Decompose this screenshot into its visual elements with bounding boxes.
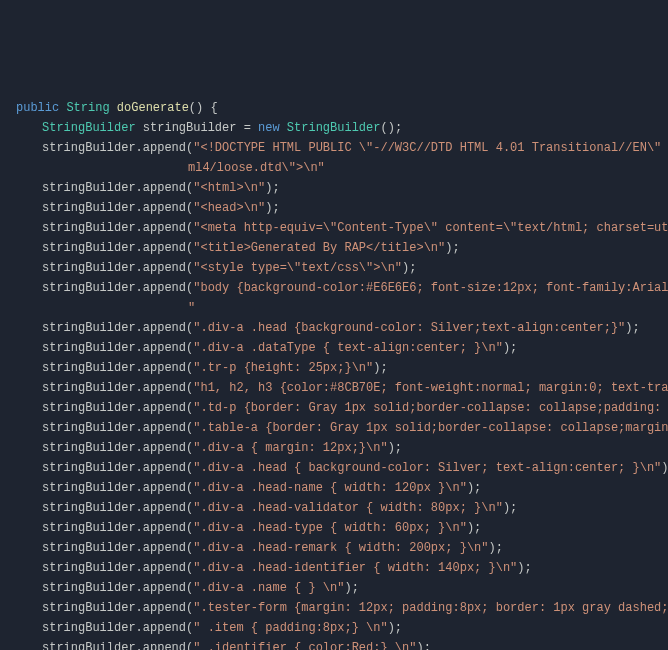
code-line: stringBuilder.append(".div-a .head { bac…	[8, 458, 660, 478]
code-line: stringBuilder.append("<head>\n");	[8, 198, 660, 218]
code-line: stringBuilder.append(".div-a .head-remar…	[8, 538, 660, 558]
code-line: stringBuilder.append("<meta http-equiv=\…	[8, 218, 660, 238]
code-editor-content: public String doGenerate() {StringBuilde…	[8, 98, 660, 650]
code-line: stringBuilder.append(".div-a .head-valid…	[8, 498, 660, 518]
code-line: stringBuilder.append(".div-a .head {back…	[8, 318, 660, 338]
code-line: stringBuilder.append(".tester-form {marg…	[8, 598, 660, 618]
code-line: stringBuilder.append("<style type=\"text…	[8, 258, 660, 278]
code-line: ml4/loose.dtd\">\n"	[8, 158, 660, 178]
code-line: stringBuilder.append("<html>\n");	[8, 178, 660, 198]
code-line: stringBuilder.append(".td-p {border: Gra…	[8, 398, 660, 418]
code-line: stringBuilder.append(".div-a { margin: 1…	[8, 438, 660, 458]
code-line: stringBuilder.append(" .identifier { col…	[8, 638, 660, 650]
code-line: stringBuilder.append(" .item { padding:8…	[8, 618, 660, 638]
code-line: public String doGenerate() {	[8, 98, 660, 118]
code-line: stringBuilder.append("body {background-c…	[8, 278, 660, 298]
code-line: StringBuilder stringBuilder = new String…	[8, 118, 660, 138]
code-line: stringBuilder.append(".div-a .head-name …	[8, 478, 660, 498]
code-line: stringBuilder.append(".div-a .name { } \…	[8, 578, 660, 598]
code-line: stringBuilder.append(".div-a .head-type …	[8, 518, 660, 538]
code-line: stringBuilder.append(".div-a .dataType {…	[8, 338, 660, 358]
code-line: stringBuilder.append("h1, h2, h3 {color:…	[8, 378, 660, 398]
code-line: "	[8, 298, 660, 318]
code-line: stringBuilder.append("<!DOCTYPE HTML PUB…	[8, 138, 660, 158]
code-line: stringBuilder.append(".div-a .head-ident…	[8, 558, 660, 578]
code-line: stringBuilder.append(".tr-p {height: 25p…	[8, 358, 660, 378]
code-line: stringBuilder.append(".table-a {border: …	[8, 418, 660, 438]
code-line: stringBuilder.append("<title>Generated B…	[8, 238, 660, 258]
